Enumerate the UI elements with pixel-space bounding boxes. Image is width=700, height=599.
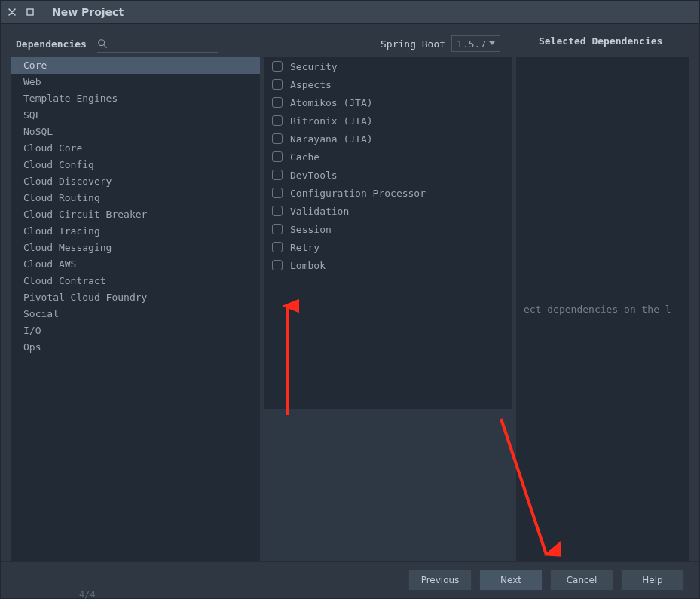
spring-boot-version-select[interactable]: 1.5.7 — [451, 35, 500, 52]
previous-button[interactable]: Previous — [408, 570, 472, 591]
svg-rect-0 — [27, 9, 33, 15]
dependency-label: Cache — [290, 151, 319, 163]
dialog-footer: Previous Next Cancel Help — [1, 561, 699, 598]
help-button[interactable]: Help — [621, 570, 684, 591]
dependency-item[interactable]: Validation — [264, 202, 512, 220]
dependency-label: Configuration Processor — [290, 188, 426, 199]
window-title: New Project — [52, 6, 124, 18]
dependency-checkbox[interactable] — [272, 151, 283, 162]
svg-point-1 — [99, 40, 105, 46]
dependency-checkbox[interactable] — [272, 133, 283, 144]
dependency-label: Atomikos (JTA) — [290, 97, 373, 108]
dependency-item[interactable]: Cache — [264, 148, 512, 166]
dependency-item[interactable]: Atomikos (JTA) — [264, 93, 512, 112]
cancel-button[interactable]: Cancel — [550, 570, 613, 591]
category-item[interactable]: Cloud Routing — [11, 190, 260, 206]
search-input[interactable] — [112, 35, 243, 52]
dependency-checkbox[interactable] — [272, 61, 283, 72]
dependency-label: Validation — [290, 206, 349, 217]
dependency-label: Bitronix (JTA) — [290, 115, 373, 127]
category-item[interactable]: Cloud Messaging — [11, 240, 260, 256]
search-field[interactable] — [97, 35, 218, 53]
category-item[interactable]: Ops — [11, 339, 260, 356]
dependency-item[interactable]: Security — [264, 57, 512, 75]
selected-dependencies-panel: ect dependencies on the l — [516, 57, 689, 561]
category-item[interactable]: NoSQL — [11, 124, 260, 140]
footer-counter: 4/4 — [79, 589, 96, 599]
dependency-checkbox[interactable] — [272, 206, 283, 216]
category-item[interactable]: SQL — [11, 107, 260, 124]
dependency-item[interactable]: DevTools — [264, 166, 512, 184]
search-icon — [97, 38, 108, 49]
dependency-checkbox[interactable] — [272, 170, 283, 180]
selected-dependencies-label: Selected Dependencies — [539, 35, 662, 47]
dependency-checkbox[interactable] — [272, 79, 283, 90]
chevron-down-icon — [489, 41, 495, 46]
dependency-checkbox[interactable] — [272, 260, 283, 270]
dependency-label: Session — [290, 224, 332, 235]
maximize-icon[interactable] — [25, 7, 35, 17]
dependency-item[interactable]: Session — [264, 220, 512, 238]
category-item[interactable]: Cloud Core — [11, 140, 260, 157]
dependency-item[interactable]: Aspects — [264, 75, 512, 93]
category-item[interactable]: Cloud Config — [11, 157, 260, 173]
dependencies-list[interactable]: SecurityAspectsAtomikos (JTA)Bitronix (J… — [264, 57, 512, 409]
dependency-checkbox[interactable] — [272, 224, 283, 234]
category-item[interactable]: Cloud Discovery — [11, 173, 260, 190]
dependency-label: DevTools — [290, 170, 338, 181]
category-item[interactable]: Core — [11, 57, 260, 74]
header-row: Dependencies Spring Boot 1.5.7 Selected … — [11, 31, 689, 57]
category-item[interactable]: Cloud Tracing — [11, 223, 260, 240]
dependency-checkbox[interactable] — [272, 188, 283, 198]
category-item[interactable]: Cloud Circuit Breaker — [11, 206, 260, 223]
category-item[interactable]: Web — [11, 74, 260, 90]
next-button[interactable]: Next — [479, 570, 543, 591]
dependency-item[interactable]: Retry — [264, 238, 512, 256]
dependency-checkbox[interactable] — [272, 242, 283, 252]
category-item[interactable]: Template Engines — [11, 90, 260, 107]
spring-boot-label: Spring Boot — [381, 38, 445, 50]
dependency-item[interactable]: Narayana (JTA) — [264, 130, 512, 148]
spring-boot-version-row: Spring Boot 1.5.7 — [381, 35, 500, 52]
dependency-item[interactable]: Lombok — [264, 256, 512, 274]
dependencies-list-empty-area — [264, 409, 512, 561]
svg-line-2 — [104, 45, 106, 47]
dependency-label: Retry — [290, 242, 319, 253]
category-item[interactable]: Cloud Contract — [11, 273, 260, 289]
selected-dependencies-hint: ect dependencies on the l — [516, 304, 689, 315]
category-item[interactable]: I/O — [11, 322, 260, 339]
dependency-item[interactable]: Configuration Processor — [264, 184, 512, 202]
dependency-checkbox[interactable] — [272, 97, 283, 108]
close-icon[interactable] — [7, 7, 17, 17]
categories-list[interactable]: CoreWebTemplate EnginesSQLNoSQLCloud Cor… — [11, 57, 260, 561]
dialog-body: Dependencies Spring Boot 1.5.7 Selected … — [11, 31, 689, 561]
category-item[interactable]: Social — [11, 306, 260, 322]
dependency-label: Security — [290, 61, 338, 72]
category-item[interactable]: Pivotal Cloud Foundry — [11, 289, 260, 306]
dependency-item[interactable]: Bitronix (JTA) — [264, 112, 512, 130]
dependency-label: Lombok — [290, 260, 326, 271]
titlebar: New Project — [1, 1, 699, 24]
dependency-label: Aspects — [290, 79, 332, 90]
dependency-label: Narayana (JTA) — [290, 133, 373, 145]
new-project-dialog: New Project Dependencies Spring Boot 1.5… — [0, 0, 700, 599]
dependencies-label: Dependencies — [16, 38, 87, 50]
category-item[interactable]: Cloud AWS — [11, 256, 260, 273]
spring-boot-version-value: 1.5.7 — [457, 38, 486, 50]
dependency-checkbox[interactable] — [272, 115, 283, 126]
